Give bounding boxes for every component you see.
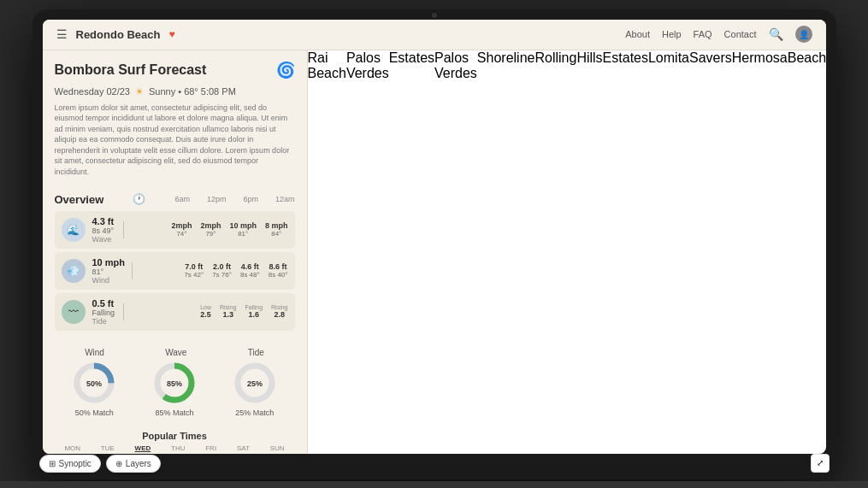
wind-sub: 81°	[92, 268, 126, 276]
wave-values: 2mph74° 2mph79° 10 mph81° 8 mph84°	[171, 221, 287, 238]
tide-val-3: Falling1.6	[245, 304, 263, 319]
wind-match-label: Wind	[85, 348, 104, 357]
tide-info: 0.5 ft Falling Tide	[92, 298, 116, 326]
svg-text:25%: 25%	[247, 379, 263, 388]
wind-val-1: 7.0 ft7s 42°	[184, 262, 204, 279]
wave-match-circle-wrap: 85% 85% Match	[152, 361, 197, 417]
wave-val-4: 8 mph84°	[265, 221, 288, 238]
nav-link-contact[interactable]: Contact	[724, 29, 757, 39]
tide-match-circle-wrap: 25% 25% Match	[233, 361, 277, 417]
tide-val-1: Low2.5	[200, 304, 211, 319]
wave-main: 4.3 ft	[92, 216, 116, 226]
nav-left: ☰ Redondo Beach ♥	[56, 27, 175, 41]
tide-label: Tide	[92, 317, 116, 326]
wave-info: 4.3 ft 8s 49° Wave	[92, 216, 116, 244]
hamburger-icon[interactable]: ☰	[56, 27, 68, 41]
wind-match-donut: 50%	[72, 361, 116, 405]
condition-divider-2	[132, 262, 133, 279]
popular-times-title: Popular Times	[55, 431, 295, 441]
wind-icon-box: 💨	[62, 259, 86, 283]
forecast-icon: 🌀	[276, 61, 295, 79]
wind-main: 10 mph	[92, 257, 126, 268]
tide-sub: Falling	[92, 309, 116, 317]
overview-header: Overview 🕐 6am 12pm 6pm 12am	[55, 193, 295, 206]
tide-match-label: Tide	[248, 348, 264, 357]
day-sun[interactable]: SUN	[270, 444, 285, 452]
tide-match-donut: 25%	[233, 361, 277, 405]
wind-values: 7.0 ft7s 42° 2.0 ft7s 76° 4.6 ft8s 48° 8…	[184, 262, 287, 279]
tide-main: 0.5 ft	[92, 298, 116, 309]
day-sat[interactable]: SAT	[237, 444, 250, 452]
top-nav: ☰ Redondo Beach ♥ About Help FAQ Contact…	[43, 20, 826, 50]
laptop-camera	[432, 13, 437, 18]
weather-desc: Sunny • 68° 5:08 PM	[149, 86, 236, 97]
wave-sub: 8s 49°	[92, 226, 116, 235]
laptop-shell: ☰ Redondo Beach ♥ About Help FAQ Contact…	[32, 9, 836, 479]
svg-text:50%: 50%	[86, 379, 102, 388]
wave-icon-box: 🌊	[62, 218, 86, 242]
heart-icon[interactable]: ♥	[168, 28, 174, 40]
wind-row: 💨 10 mph 81° Wind 7.0 ft7s 42°	[55, 252, 295, 290]
wave-label: Wave	[92, 235, 116, 244]
wave-match-text: 85% Match	[155, 409, 193, 417]
search-icon[interactable]: 🔍	[769, 27, 783, 41]
time-label-6am: 6am	[174, 195, 190, 203]
wave-row: 🌊 4.3 ft 8s 49° Wave 2mph74°	[55, 211, 295, 249]
laptop-screen: ☰ Redondo Beach ♥ About Help FAQ Contact…	[43, 20, 826, 454]
clock-icon: 🕐	[133, 193, 145, 205]
wave-match-label: Wave	[165, 348, 186, 357]
tide-val-4: Rising2.8	[271, 304, 287, 319]
wind-match-circle-wrap: 50% 50% Match	[72, 361, 116, 417]
tide-row: 〰 0.5 ft Falling Tide Low2.5	[55, 293, 295, 331]
wind-val-4: 8.6 ft8s 40°	[269, 262, 288, 279]
day-mon[interactable]: MON	[64, 444, 80, 452]
avatar[interactable]: 👤	[795, 26, 812, 43]
day-tabs: MON TUE WED THU FRI SAT SUN	[55, 444, 295, 452]
main-content: Bombora Surf Forecast 🌀 Wednesday 02/23 …	[43, 50, 826, 454]
svg-text:85%: 85%	[167, 379, 182, 388]
wave-val-3: 10 mph81°	[229, 221, 257, 238]
condition-divider-1	[123, 221, 124, 238]
laptop-base	[0, 481, 868, 488]
day-thu[interactable]: THU	[171, 444, 185, 452]
overview-section: Overview 🕐 6am 12pm 6pm 12am 🌊	[43, 186, 307, 341]
time-label-6pm: 6pm	[243, 195, 258, 203]
tide-val-2: Rising1.3	[220, 304, 236, 319]
wave-val-1: 2mph74°	[171, 221, 192, 238]
sidebar: Bombora Surf Forecast 🌀 Wednesday 02/23 …	[43, 50, 308, 454]
forecast-header: Bombora Surf Forecast 🌀	[43, 50, 307, 86]
wind-info: 10 mph 81° Wind	[92, 257, 126, 285]
wind-label: Wind	[92, 276, 126, 285]
wave-match-donut: 85%	[152, 361, 197, 405]
wave-val-2: 2mph79°	[200, 221, 221, 238]
sun-icon: ☀	[135, 86, 144, 97]
popular-times-section: Popular Times MON TUE WED THU FRI SAT SU…	[43, 424, 307, 454]
match-circles: 50% 50% Match 85% 85% Match	[55, 361, 295, 417]
tide-values: Low2.5 Rising1.3 Falling1.6 Rising2.8	[200, 304, 287, 319]
overview-title: Overview	[55, 193, 104, 206]
nav-title: Redondo Beach	[76, 28, 161, 41]
time-label-12pm: 12pm	[207, 195, 227, 203]
nav-right: About Help FAQ Contact 🔍 👤	[625, 26, 812, 43]
tide-match-text: 25% Match	[235, 409, 274, 417]
wind-val-3: 4.6 ft8s 48°	[240, 262, 260, 279]
wind-val-2: 2.0 ft7s 76°	[212, 262, 232, 279]
tide-icon-box: 〰	[62, 300, 86, 324]
forecast-title: Bombora Surf Forecast	[55, 62, 207, 78]
date-weather: Wednesday 02/23 ☀ Sunny • 68° 5:08 PM	[43, 86, 307, 103]
date-label: Wednesday 02/23	[55, 86, 130, 97]
time-label-12am: 12am	[275, 195, 295, 203]
day-tue[interactable]: TUE	[101, 444, 115, 452]
day-fri[interactable]: FRI	[205, 444, 216, 452]
match-labels: Wind Wave Tide	[55, 348, 295, 357]
description-text: Lorem ipsum dolor sit amet, consectetur …	[43, 103, 307, 186]
nav-link-faq[interactable]: FAQ	[694, 29, 712, 39]
match-section: Wind Wave Tide 50% 50% Match	[43, 341, 307, 424]
nav-link-help[interactable]: Help	[662, 29, 682, 39]
nav-link-about[interactable]: About	[625, 29, 650, 39]
day-wed[interactable]: WED	[135, 444, 151, 452]
condition-divider-3	[123, 303, 124, 320]
time-grid: 6am 12pm 6pm 12am	[174, 195, 294, 203]
wind-match-text: 50% Match	[75, 409, 114, 417]
